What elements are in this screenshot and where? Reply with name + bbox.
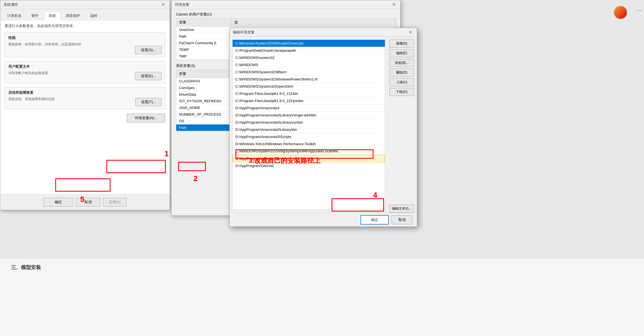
delete-path-button[interactable]: 删除(D) bbox=[389, 69, 414, 77]
path-item-11[interactable]: D:\AppProgram\Anaconda3\Library\usr\bin bbox=[233, 119, 385, 126]
performance-section: 性能 视觉效果，处理器计划，内存使用，以及虚拟内存 设置(S)... bbox=[5, 32, 165, 57]
system-properties-dialog: 系统属性 ✕ 计算机名 硬件 高级 系统保护 远程 要进行大多数更改，你必须作为… bbox=[0, 0, 170, 210]
path-item-9[interactable]: D:\AppProgram\Anaconda3 bbox=[233, 105, 385, 112]
user-vars-title: Caicien 的用户变量(U) bbox=[176, 12, 396, 17]
background-content: 三、模型安装 bbox=[0, 259, 644, 336]
path-item-3[interactable]: C:\WINDOWS bbox=[233, 61, 385, 69]
env-vars-button[interactable]: 环境变量(N)... bbox=[127, 114, 165, 123]
env-vars-close-button[interactable]: ✕ bbox=[390, 1, 397, 8]
env-vars-titlebar: 环境变量 ✕ bbox=[172, 0, 400, 9]
tab-system-protection[interactable]: 系统保护 bbox=[61, 11, 85, 20]
more-button[interactable]: ··· bbox=[637, 7, 641, 13]
path-item-7[interactable]: C:\Program Files\Java\jdk1.8.0_131\bin bbox=[233, 90, 385, 97]
path-item-14[interactable]: D:\Windows Kits\10\Windows Performance T… bbox=[233, 140, 385, 148]
move-down-button[interactable]: 下移(O) bbox=[389, 88, 414, 96]
path-item-0[interactable]: C:\Windows\System32\HWAudioDriverLibs bbox=[233, 40, 385, 47]
edit-env-titlebar: 编辑环境变量 ✕ bbox=[230, 28, 417, 37]
section-title: 三、模型安装 bbox=[11, 264, 633, 271]
env-vars-btn-row: 环境变量(N)... bbox=[5, 114, 165, 123]
path-item-2[interactable]: C:\WINDOWS\system32 bbox=[233, 54, 385, 61]
startup-settings-button[interactable]: 设置(T)... bbox=[135, 98, 162, 106]
admin-notice: 要进行大多数更改，你必须作为管理员登录。 bbox=[5, 24, 165, 28]
annotation-number-4: 4 bbox=[373, 191, 377, 200]
user-profiles-section: 用户配置文件 与登录帐户相关的桌面设置 设置(E)... bbox=[5, 61, 165, 83]
annotation-number-2: 2 bbox=[193, 174, 198, 183]
new-path-button[interactable]: 新建(N) bbox=[389, 40, 414, 48]
sys-var-col-header: 变量 bbox=[176, 70, 232, 78]
edit-env-sidebar: 新建(N) 编辑(E) 浏览(B)... 删除(D) 上移(U) 下移(O) bbox=[389, 40, 414, 96]
user-val-col-header: 值 bbox=[232, 19, 396, 26]
tab-computer-name[interactable]: 计算机名 bbox=[2, 11, 26, 20]
edit-env-content: C:\Windows\System32\HWAudioDriverLibs C:… bbox=[230, 37, 417, 213]
user-profiles-title: 用户配置文件 bbox=[8, 64, 162, 69]
user-profiles-settings-button[interactable]: 设置(E)... bbox=[135, 72, 162, 80]
tab-advanced[interactable]: 高级 bbox=[44, 11, 61, 20]
system-props-tabs: 计算机名 硬件 高级 系统保护 远程 bbox=[0, 9, 170, 20]
system-props-apply-button[interactable]: 应用(A) bbox=[103, 198, 127, 207]
edit-text-row: 编辑文本(I)... bbox=[389, 205, 414, 213]
system-props-close-button[interactable]: ✕ bbox=[160, 1, 166, 8]
env-vars-title: 环境变量 bbox=[175, 2, 189, 7]
move-up-button[interactable]: 上移(U) bbox=[389, 78, 414, 86]
path-item-5[interactable]: C:\WINDOWS\System32\WindowsPowerShell\v1… bbox=[233, 76, 385, 83]
startup-title: 启动和故障恢复 bbox=[8, 90, 162, 95]
path-item-4[interactable]: C:\WINDOWS\System32\Wbem bbox=[233, 69, 385, 76]
path-item-12[interactable]: D:\AppProgram\Anaconda3\Library\bin bbox=[233, 126, 385, 133]
system-props-ok-button[interactable]: 确定 bbox=[43, 198, 73, 207]
edit-env-cancel-button[interactable]: 取消 bbox=[391, 215, 412, 224]
user-var-col-header: 变量 bbox=[176, 19, 232, 26]
edit-text-button[interactable]: 编辑文本(I)... bbox=[389, 205, 414, 213]
system-props-title: 系统属性 bbox=[4, 2, 18, 7]
system-props-titlebar: 系统属性 ✕ bbox=[0, 0, 170, 9]
path-item-8[interactable]: C:\Program Files\Java\jdk1.8.0_131\jre\b… bbox=[233, 97, 385, 105]
path-item-6[interactable]: C:\WINDOWS\System32\OpenSSH\ bbox=[233, 83, 385, 90]
browse-path-button[interactable]: 浏览(B)... bbox=[389, 59, 414, 67]
path-list[interactable]: C:\Windows\System32\HWAudioDriverLibs C:… bbox=[232, 40, 385, 210]
path-item-13[interactable]: D:\AppProgram\Anaconda3\Scripts bbox=[233, 133, 385, 140]
annotation-number-1: 1 bbox=[164, 149, 169, 158]
system-props-footer: 确定 取消 应用(A) bbox=[0, 194, 170, 210]
path-item-10[interactable]: D:\AppProgram\Anaconda3\Library\mingw-w6… bbox=[233, 112, 385, 119]
path-item-15[interactable]: C:\WINDOWS\system32\config\systemprofile… bbox=[233, 148, 385, 155]
performance-title: 性能 bbox=[8, 35, 162, 40]
annotation-number-5: 5 bbox=[80, 195, 85, 204]
system-props-cancel-button[interactable]: 取消 bbox=[76, 198, 100, 207]
edit-env-ok-button[interactable]: 确定 bbox=[361, 215, 389, 225]
edit-env-dialog: 编辑环境变量 ✕ C:\Windows\System32\HWAudioDriv… bbox=[229, 28, 417, 227]
edit-env-title: 编辑环境变量 bbox=[233, 30, 254, 35]
edit-env-footer: 确定 取消 bbox=[230, 213, 417, 226]
tab-hardware[interactable]: 硬件 bbox=[27, 11, 43, 20]
user-vars-header: 变量 值 bbox=[176, 19, 396, 27]
avatar[interactable] bbox=[614, 6, 627, 19]
startup-section: 启动和故障恢复 系统启动、系统故障和调试信息 设置(T)... bbox=[5, 87, 165, 109]
edit-path-button[interactable]: 编辑(E) bbox=[389, 49, 414, 57]
performance-settings-button[interactable]: 设置(S)... bbox=[135, 46, 162, 54]
annotation-text-3: 3.改成自己的安装路径上 bbox=[249, 156, 320, 165]
path-item-1[interactable]: C:\ProgramData\Oracle\Java\javapath bbox=[233, 47, 385, 54]
edit-env-close-button[interactable]: ✕ bbox=[407, 29, 414, 36]
tab-remote[interactable]: 远程 bbox=[85, 11, 102, 20]
